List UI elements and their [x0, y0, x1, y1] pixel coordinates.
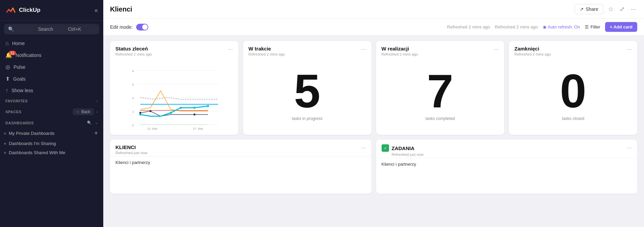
favorites-chevron-icon: › — [96, 99, 98, 103]
share-label: Share — [586, 6, 598, 12]
logo-text: ClickUp — [19, 7, 40, 14]
edit-bar: Edit mode: Refreshed 2 mins ago Refreshe… — [103, 19, 644, 36]
card-zamknieci-body: 0 tasks closed — [509, 58, 637, 132]
filter-button[interactable]: ☰ Filter — [585, 24, 600, 29]
card-zamknieci: Zamknięci Refreshed 2 mins ago ··· 0 tas… — [509, 41, 637, 135]
dash-dot — [4, 152, 6, 154]
card-zadania-title: ZADANIA — [392, 145, 415, 151]
add-card-button[interactable]: + Add card — [605, 22, 637, 32]
edit-mode-text: Edit mode: — [110, 24, 133, 30]
card-status-zlecen-menu[interactable]: ··· — [228, 46, 233, 53]
sidebar-item-pulse[interactable]: ◎ Pulse — [0, 61, 103, 73]
card-klienci-subtitle: Refreshed just now — [115, 151, 147, 155]
search-icon: 🔍 — [8, 26, 35, 32]
svg-point-17 — [207, 105, 209, 107]
more-options-button[interactable]: ··· — [629, 4, 637, 14]
card-w-trakcie-header: W trakcie Refreshed 2 mins ago ··· — [243, 41, 371, 58]
main-area: Klienci ↗ Share ☆ ⤢ ··· Edit mode: Refre… — [103, 0, 644, 227]
card-w-trakcie-body: 5 tasks in progress — [243, 58, 371, 132]
card-zamknieci-subtitle: Refreshed 2 mins ago — [514, 52, 551, 56]
dashboards-chevron-icon: ⌄ — [95, 121, 98, 125]
svg-text:6: 6 — [132, 83, 134, 86]
w-realizacji-label: tasks completed — [426, 116, 455, 121]
edit-mode-toggle[interactable] — [136, 24, 148, 30]
card-zamknieci-menu[interactable]: ··· — [627, 46, 632, 53]
dash-dot — [4, 143, 6, 145]
card-status-zlecen-subtitle: Refreshed 2 mins ago — [115, 52, 152, 56]
svg-text:2: 2 — [132, 110, 134, 114]
sidebar-item-goals-label: Goals — [13, 76, 26, 82]
favorites-section-header[interactable]: FAVORITES › — [0, 96, 103, 106]
card-klienci-menu[interactable]: ··· — [361, 144, 366, 151]
fullscreen-button[interactable]: ⤢ — [618, 4, 626, 14]
svg-text:4: 4 — [132, 97, 134, 100]
card-w-realizacji: W realizacji Refreshed 2 mins ago ··· 7 … — [376, 41, 505, 135]
sidebar-item-my-private-dashboards[interactable]: My Private Dashboards + — [0, 128, 103, 139]
svg-point-16 — [193, 107, 195, 109]
zadania-list-item: Klienci i partnerzy — [376, 158, 638, 170]
spaces-section-header: SPACES ← Back › — [0, 106, 103, 118]
goals-icon: ⬆ — [5, 76, 10, 82]
card-w-trakcie-subtitle: Refreshed 2 mins ago — [249, 52, 285, 56]
sidebar-item-pulse-label: Pulse — [14, 64, 25, 70]
svg-text:13. Mar: 13. Mar — [147, 127, 157, 130]
card-zamknieci-header: Zamknięci Refreshed 2 mins ago ··· — [509, 41, 637, 58]
svg-point-14 — [170, 112, 172, 114]
dashboards-shared-label: Dashboards Shared With Me — [9, 150, 65, 155]
line-chart: Tasks 0 2 4 6 8 13. Mar — [114, 60, 234, 131]
svg-point-15 — [180, 107, 182, 109]
card-w-realizacji-body: 7 tasks completed — [376, 58, 505, 132]
card-zadania-title-row: ✓ ZADANIA — [382, 144, 424, 152]
sidebar-item-show-less[interactable]: ↑ Show less — [0, 85, 103, 96]
sidebar-collapse-button[interactable]: « — [94, 7, 98, 14]
klienci-list-item: Klienci i partnerzy — [110, 156, 371, 168]
home-icon: ⌂ — [5, 40, 9, 46]
card-w-realizacji-subtitle: Refreshed 2 mins ago — [382, 52, 418, 56]
spaces-label: SPACES — [5, 110, 21, 114]
card-w-realizacji-menu[interactable]: ··· — [494, 46, 499, 53]
card-zadania-subtitle: Refreshed just now — [392, 152, 424, 157]
w-trakcie-value: 5 — [294, 67, 320, 115]
add-dashboard-button[interactable]: + — [94, 130, 98, 137]
refresh-status-label: Refreshed 2 mins ago — [495, 24, 538, 29]
card-zadania-body: Klienci i partnerzy — [376, 158, 638, 173]
card-w-trakcie-title: W trakcie — [249, 46, 285, 51]
share-button[interactable]: ↗ Share — [575, 4, 603, 14]
card-w-trakcie-menu[interactable]: ··· — [361, 46, 366, 53]
svg-point-18 — [139, 112, 141, 114]
sidebar-item-notifications[interactable]: 🔔 11 Notifications — [0, 49, 103, 61]
spaces-back-button[interactable]: ← Back — [73, 108, 94, 115]
card-zadania-header: ✓ ZADANIA Refreshed just now ··· — [376, 140, 638, 158]
klienci-list-item-label: Klienci i partnerzy — [115, 160, 150, 165]
dashboards-sharing-label: Dashboards I'm Sharing — [9, 141, 56, 146]
sidebar-item-notifications-label: Notifications — [16, 53, 41, 58]
sidebar-item-dashboards-sharing[interactable]: Dashboards I'm Sharing — [0, 139, 103, 148]
card-klienci-title: KLIENCI — [115, 144, 147, 150]
card-status-zlecen-title: Status zleceń — [115, 46, 152, 51]
sidebar-item-dashboards-shared[interactable]: Dashboards Shared With Me — [0, 148, 103, 157]
zamknieci-value: 0 — [560, 67, 586, 115]
sidebar-item-goals[interactable]: ⬆ Goals — [0, 73, 103, 85]
spaces-chevron-icon: › — [96, 110, 98, 114]
top-bar-actions: ↗ Share ☆ ⤢ ··· — [575, 4, 637, 14]
auto-refresh-badge[interactable]: ◉ Auto refresh: On — [543, 24, 580, 29]
svg-text:27. Mar: 27. Mar — [193, 127, 203, 130]
card-status-zlecen: Status zleceń Refreshed 2 mins ago ··· T… — [110, 41, 238, 135]
svg-point-20 — [193, 114, 195, 116]
dash-dot — [4, 132, 6, 135]
search-bar[interactable]: 🔍 Search Ctrl+K — [4, 24, 99, 34]
card-zadania-menu[interactable]: ··· — [627, 144, 632, 151]
favorite-button[interactable]: ☆ — [607, 4, 615, 14]
clickup-logo-icon — [5, 5, 16, 16]
dashboards-section-header: DASHBOARDS 🔍 ⌄ — [0, 118, 103, 128]
card-status-zlecen-header: Status zleceń Refreshed 2 mins ago ··· — [110, 41, 238, 58]
cards-row-2: KLIENCI Refreshed just now ··· Klienci i… — [110, 140, 637, 194]
sidebar-item-home[interactable]: ⌂ Home — [0, 38, 103, 49]
filter-icon: ☰ — [585, 24, 589, 29]
card-zamknieci-title: Zamknięci — [514, 46, 551, 51]
logo-area: ClickUp — [5, 5, 40, 16]
card-klienci-header: KLIENCI Refreshed just now ··· — [110, 140, 371, 156]
search-dashboards-icon[interactable]: 🔍 — [87, 121, 92, 125]
pulse-icon: ◎ — [5, 64, 10, 70]
cards-row-1: Status zleceń Refreshed 2 mins ago ··· T… — [110, 41, 637, 135]
